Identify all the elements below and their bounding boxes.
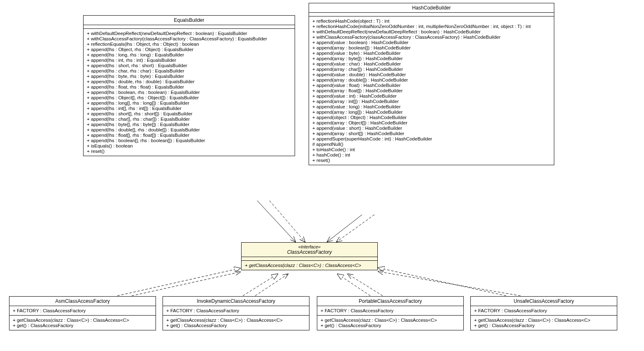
methods-compartment: + getClassAccess(clazz : Class<C>) : Cla… (9, 316, 156, 330)
fields-compartment: + FACTORY : ClassAccessFactory (317, 306, 463, 316)
method: + get() : ClassAccessFactory (321, 323, 460, 328)
class-title: EqualsBuilder (84, 16, 295, 25)
method: + append(array : Object[]) : HashCodeBui… (312, 120, 551, 125)
class-portable-factory: PortableClassAccessFactory + FACTORY : C… (317, 296, 464, 330)
field: + FACTORY : ClassAccessFactory (321, 308, 460, 313)
method: + getClassAccess(clazz : Class<C>) : Cla… (474, 318, 614, 323)
methods-compartment: + getClassAccess(clazz : Class<C>) : Cla… (163, 316, 309, 330)
dependency-equals-to-factory (270, 201, 305, 242)
method: + append(value : long) : HashCodeBuilder (312, 104, 551, 109)
method: + get() : ClassAccessFactory (166, 323, 306, 328)
method: + append(lhs : Object[], rhs : Object[])… (87, 95, 291, 100)
method: + get() : ClassAccessFactory (13, 323, 152, 328)
fields-compartment: + FACTORY : ClassAccessFactory (471, 306, 617, 316)
methods-compartment: + withDefaultDeepReflect(newDefaultDeepR… (84, 29, 295, 156)
method: + append(lhs : float[], rhs : float[]) :… (87, 133, 291, 138)
interface-title: «interface» ClassAccessFactory (242, 243, 377, 257)
dependency-asm (132, 272, 240, 296)
interface-class-access-factory: «interface» ClassAccessFactory + getClas… (241, 242, 378, 270)
method: + append(lhs : double, rhs : double) : E… (87, 79, 291, 84)
method: + getClassAccess(clazz : Class<C>) : Cla… (321, 318, 460, 323)
class-title: PortableClassAccessFactory (317, 297, 463, 306)
method: + append(object : Object) : HashCodeBuil… (312, 115, 551, 120)
method: # appendNull() (312, 142, 551, 147)
method: + append(array : char[]) : HashCodeBuild… (312, 67, 551, 72)
realization-unsafe (378, 268, 506, 296)
method: + append(lhs : Object, rhs : Object) : E… (87, 47, 291, 52)
method: + withDefaultDeepReflect(newDefaultDeepR… (312, 29, 551, 34)
fields-compartment: + FACTORY : ClassAccessFactory (9, 306, 156, 316)
method: + append(lhs : short[], rhs : short[]) :… (87, 111, 291, 116)
method: + reset() (87, 149, 291, 154)
field: + FACTORY : ClassAccessFactory (166, 308, 306, 313)
class-title: InvokeDynamicClassAccessFactory (163, 297, 309, 306)
method: + reflectionHashCode(initialNonZeroOddNu… (312, 24, 551, 29)
class-invoke-factory: InvokeDynamicClassAccessFactory + FACTOR… (163, 296, 309, 330)
method: + appendSuper(superHashCode : int) : Has… (312, 136, 551, 141)
method: + reflectionHashCode(object : T) : int (312, 19, 551, 23)
class-title: UnsafeClassAccessFactory (471, 297, 617, 306)
method: + append(array : double[]) : HashCodeBui… (312, 77, 551, 82)
fields-compartment (242, 257, 377, 261)
method: + getClassAccess(clazz : Class<C>) : Cla… (166, 318, 306, 323)
method: + append(value : char) : HashCodeBuilder (312, 61, 551, 66)
method: + getClassAccess(clazz : Class<C>) : Cla… (245, 263, 374, 268)
method: + append(array : boolean[]) : HashCodeBu… (312, 45, 551, 50)
methods-compartment: + getClassAccess(clazz : Class<C>) : Cla… (317, 316, 463, 330)
realization-asm (117, 268, 240, 296)
class-title: HashCodeBuilder (309, 3, 554, 13)
field: + FACTORY : ClassAccessFactory (13, 308, 152, 313)
class-title: AsmClassAccessFactory (9, 297, 156, 306)
method: + get() : ClassAccessFactory (474, 323, 614, 328)
method: + append(lhs : byte[], rhs : byte[]) : E… (87, 122, 291, 127)
method: + isEquals() : boolean (87, 143, 291, 148)
method: + append(array : short[]) : HashCodeBuil… (312, 131, 551, 136)
association-hashcode-to-factory (327, 215, 362, 242)
method: + withClassAccessFactory(classAccessFact… (87, 36, 291, 41)
class-unsafe-factory: UnsafeClassAccessFactory + FACTORY : Cla… (470, 296, 617, 330)
realization-invoke (243, 274, 278, 296)
method: + append(lhs : char[], rhs : char[]) : E… (87, 117, 291, 122)
method: + append(array : long[]) : HashCodeBuild… (312, 110, 551, 115)
dependency-portable (348, 274, 383, 296)
dependency-invoke (255, 274, 288, 296)
method: + append(value : short) : HashCodeBuilde… (312, 126, 551, 131)
class-equals-builder: EqualsBuilder + withDefaultDeepReflect(n… (83, 15, 295, 156)
method: + append(lhs : long, rhs : long) : Equal… (87, 52, 291, 57)
dependency-unsafe (378, 271, 521, 296)
method: + append(lhs : double[], rhs : double[])… (87, 127, 291, 132)
method: + getClassAccess(clazz : Class<C>) : Cla… (13, 318, 152, 323)
method: + append(value : int) : HashCodeBuilder (312, 94, 551, 98)
method: + append(array : float[]) : HashCodeBuil… (312, 88, 551, 93)
fields-compartment (309, 13, 554, 16)
method: + append(lhs : float, rhs : float) : Equ… (87, 84, 291, 89)
method: + append(array : byte[]) : HashCodeBuild… (312, 56, 551, 61)
methods-compartment: + getClassAccess(clazz : Class<C>) : Cla… (471, 316, 617, 330)
interface-name: ClassAccessFactory (245, 249, 374, 255)
method: + append(lhs : char, rhs : char) : Equal… (87, 68, 291, 73)
class-asm-factory: AsmClassAccessFactory + FACTORY : ClassA… (9, 296, 156, 330)
realization-portable (337, 274, 370, 296)
methods-compartment: + reflectionHashCode(object : T) : int+ … (309, 16, 554, 165)
method: + append(lhs : int[], rhs : int[]) : Equ… (87, 106, 291, 111)
method: + append(value : boolean) : HashCodeBuil… (312, 40, 551, 45)
method: + reset() (312, 158, 551, 163)
method: + append(lhs : int, rhs : int) : EqualsB… (87, 58, 291, 63)
class-hashcode-builder: HashCodeBuilder + reflectionHashCode(obj… (309, 3, 554, 165)
method: + append(value : float) : HashCodeBuilde… (312, 83, 551, 88)
method: + hashCode() : int (312, 152, 551, 157)
method: + reflectionEquals(lhs : Object, rhs : O… (87, 42, 291, 47)
method: + append(lhs : long[], rhs : long[]) : E… (87, 101, 291, 105)
method: + toHashCode() : int (312, 147, 551, 152)
fields-compartment (84, 25, 295, 29)
methods-compartment: + getClassAccess(clazz : Class<C>) : Cla… (242, 261, 377, 270)
method: + append(lhs : boolean, rhs : boolean) :… (87, 90, 291, 95)
fields-compartment: + FACTORY : ClassAccessFactory (163, 306, 309, 316)
stereotype-label: «interface» (245, 244, 374, 249)
association-equals-to-factory (257, 201, 295, 242)
method: + withClassAccessFactory(classAccessFact… (312, 35, 551, 40)
method: + append(value : byte) : HashCodeBuilder (312, 51, 551, 56)
method: + withDefaultDeepReflect(newDefaultDeepR… (87, 31, 291, 36)
method: + append(array : int[]) : HashCodeBuilde… (312, 99, 551, 104)
method: + append(lhs : boolean[], rhs : boolean[… (87, 138, 291, 143)
